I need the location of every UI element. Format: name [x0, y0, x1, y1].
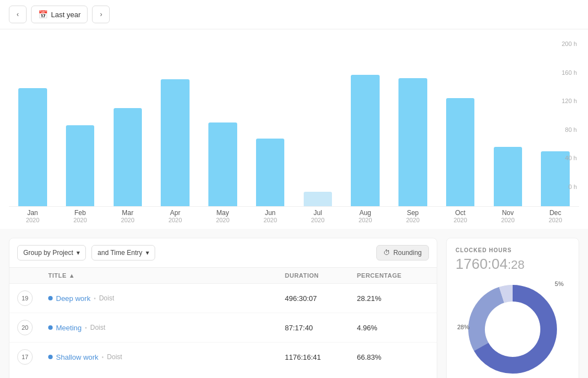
- pct-label-28: 28%: [457, 324, 469, 330]
- bar-jan[interactable]: [18, 88, 47, 206]
- y-axis: 200 h160 h120 h80 h40 h0 h: [561, 40, 579, 190]
- bar-col-feb: [57, 125, 104, 206]
- bar-oct[interactable]: [446, 98, 474, 206]
- bar-label-dec: Dec2020: [531, 209, 579, 223]
- col-header-percentage: PERCENTAGE: [357, 272, 429, 279]
- chart-area: 200 h160 h120 h80 h40 h0 h Jan2020Feb202…: [0, 29, 588, 229]
- row-num-cell: 20: [17, 320, 48, 335]
- bar-year: 2020: [531, 217, 579, 223]
- col-header-title[interactable]: TITLE ▲: [48, 272, 285, 279]
- bar-nov[interactable]: [494, 147, 522, 206]
- project-dot: [48, 325, 53, 330]
- bar-col-jul: [294, 192, 342, 206]
- rounding-icon: ⏱: [384, 249, 390, 257]
- bar-year: 2020: [389, 217, 437, 223]
- bar-col-may: [199, 122, 247, 206]
- y-axis-label: 200 h: [561, 40, 577, 47]
- bar-month: Dec: [531, 209, 579, 217]
- bottom-section: Group by Project ▾ and Time Entry ▾ ⏱ Ro…: [0, 229, 588, 378]
- row-number: 19: [17, 290, 33, 306]
- duration-cell: 87:17:40: [285, 324, 357, 332]
- next-period-button[interactable]: ›: [92, 6, 110, 23]
- bar-label-jun: Jun2020: [247, 209, 294, 223]
- bar-may[interactable]: [208, 122, 237, 206]
- bar-sep[interactable]: [398, 78, 427, 206]
- bar-year: 2020: [104, 217, 152, 223]
- bar-col-apr: [151, 79, 199, 206]
- toolbar: Group by Project ▾ and Time Entry ▾ ⏱ Ro…: [9, 238, 437, 268]
- bar-month: Sep: [389, 209, 437, 217]
- bar-feb[interactable]: [66, 125, 94, 206]
- bar-label-mar: Mar2020: [104, 209, 152, 223]
- bar-month: Jan: [9, 209, 57, 217]
- period-nav: ‹ 📅 Last year ›: [0, 0, 588, 29]
- summary-panel: CLOCKED HOURS 1760:04:28 5% 28% 67%: [446, 238, 579, 378]
- table-row[interactable]: 17 Shallow work • Doist 1176:16:41 66.83…: [9, 343, 437, 371]
- chevron-down-icon-2: ▾: [146, 249, 149, 257]
- project-dot: [48, 296, 53, 300]
- bar-col-nov: [484, 147, 532, 206]
- bar-month: Mar: [104, 209, 152, 217]
- prev-period-button[interactable]: ‹: [9, 6, 27, 23]
- bar-label-jan: Jan2020: [9, 209, 57, 223]
- col-header-duration: DURATION: [285, 272, 357, 279]
- client-name: Doist: [107, 353, 122, 361]
- bar-col-sep: [389, 78, 437, 206]
- bar-apr[interactable]: [161, 79, 189, 206]
- rounding-button[interactable]: ⏱ Rounding: [376, 245, 429, 260]
- pct-label-5: 5%: [555, 280, 564, 287]
- bar-year: 2020: [484, 217, 532, 223]
- client-name: Doist: [99, 294, 114, 302]
- bar-year: 2020: [57, 217, 104, 223]
- bar-label-nov: Nov2020: [484, 209, 532, 223]
- table-panel: Group by Project ▾ and Time Entry ▾ ⏱ Ro…: [9, 238, 437, 378]
- title-cell: Deep work • Doist: [48, 294, 285, 303]
- dot-separator: •: [85, 325, 87, 331]
- table-row[interactable]: 20 Meeting • Doist 87:17:40 4.96%: [9, 313, 437, 343]
- bar-month: Feb: [57, 209, 104, 217]
- bar-month: May: [199, 209, 247, 217]
- y-axis-label: 160 h: [561, 69, 577, 76]
- bar-year: 2020: [199, 217, 247, 223]
- bar-label-jul: Jul2020: [294, 209, 342, 223]
- rounding-label: Rounding: [393, 249, 422, 257]
- bar-month: Oct: [437, 209, 484, 217]
- bar-year: 2020: [247, 217, 294, 223]
- bar-month: Jun: [247, 209, 294, 217]
- project-dot: [48, 355, 53, 359]
- group-by-dropdown[interactable]: Group by Project ▾: [17, 245, 86, 260]
- dot-separator: •: [94, 295, 96, 302]
- chevron-down-icon: ▾: [76, 249, 80, 257]
- bar-labels: Jan2020Feb2020Mar2020Apr2020May2020Jun20…: [9, 209, 579, 223]
- time-entry-label: and Time Entry: [98, 249, 142, 257]
- bar-label-sep: Sep2020: [389, 209, 437, 223]
- bar-month: Nov: [484, 209, 532, 217]
- clocked-main: 1760:04: [456, 256, 508, 272]
- clocked-suffix: :28: [508, 258, 525, 272]
- bar-aug[interactable]: [351, 75, 379, 206]
- col-header-num: [17, 272, 48, 279]
- bar-label-apr: Apr2020: [151, 209, 199, 223]
- bar-year: 2020: [341, 217, 389, 223]
- donut-labels: 5% 28% 67%: [457, 279, 568, 378]
- bar-year: 2020: [9, 217, 57, 223]
- project-name: Deep work: [56, 294, 90, 303]
- row-num-cell: 17: [17, 349, 48, 365]
- bar-jun[interactable]: [256, 139, 284, 206]
- bar-label-oct: Oct2020: [437, 209, 484, 223]
- group-by-label: Group by Project: [23, 249, 73, 257]
- percentage-cell: 66.83%: [357, 353, 429, 361]
- bar-col-jan: [9, 88, 57, 206]
- row-number: 20: [17, 320, 33, 335]
- svg-point-1: [486, 303, 539, 356]
- time-entry-dropdown[interactable]: and Time Entry ▾: [91, 245, 155, 260]
- bar-jul[interactable]: [304, 192, 332, 206]
- calendar-icon: 📅: [38, 10, 48, 19]
- bar-col-aug: [341, 75, 389, 206]
- duration-cell: 496:30:07: [285, 294, 357, 303]
- bar-mar[interactable]: [114, 108, 142, 206]
- percentage-cell: 28.21%: [357, 294, 429, 303]
- duration-cell: 1176:16:41: [285, 353, 357, 361]
- dot-separator: •: [102, 354, 104, 360]
- table-row[interactable]: 19 Deep work • Doist 496:30:07 28.21%: [9, 284, 437, 313]
